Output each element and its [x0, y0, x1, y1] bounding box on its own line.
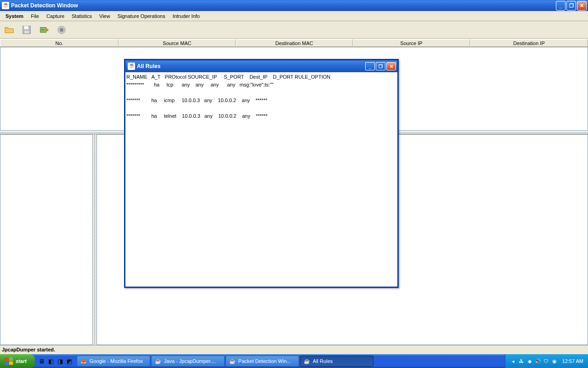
- task-label: Packet Detection Win...: [238, 358, 291, 364]
- menu-file[interactable]: File: [27, 12, 43, 20]
- quick-launch: 🖥 ◧ ◨ ◩: [35, 357, 76, 365]
- windows-logo-icon: [5, 357, 13, 365]
- start-button[interactable]: start: [0, 354, 35, 368]
- menu-signature-operations[interactable]: Signature Operations: [114, 12, 169, 20]
- tray-network-icon[interactable]: 🖧: [518, 358, 525, 364]
- rule-row: ******* ha icmp 10.0.0.3 any 10.0.0.2 an…: [126, 98, 267, 103]
- java-icon: ☕: [229, 357, 236, 365]
- menu-system[interactable]: System: [2, 12, 27, 20]
- start-label: start: [16, 358, 27, 364]
- menu-intruder-info[interactable]: Intruder Info: [169, 12, 204, 20]
- stop-button[interactable]: [55, 23, 68, 36]
- task-label: Google - Mozilla Firefox: [90, 358, 143, 364]
- tree-pane[interactable]: [0, 134, 93, 345]
- svg-rect-4: [46, 29, 49, 31]
- save-button[interactable]: [20, 23, 33, 36]
- close-button[interactable]: ✕: [577, 1, 587, 11]
- rules-text-area[interactable]: R_NAME A_T PROtocol SOURCE_IP S_PORT Des…: [125, 72, 397, 287]
- open-folder-icon: [4, 25, 14, 35]
- menu-capture[interactable]: Capture: [43, 12, 68, 20]
- taskbar-item-java1[interactable]: ☕ Java - JpcapDumper....: [151, 356, 225, 367]
- col-no[interactable]: No.: [0, 39, 119, 47]
- tray-volume-icon[interactable]: 🔊: [535, 358, 541, 364]
- vertical-splitter[interactable]: [93, 134, 96, 345]
- rules-header-line: R_NAME A_T PROtocol SOURCE_IP S_PORT Des…: [126, 74, 330, 80]
- maximize-button[interactable]: ❐: [566, 1, 576, 11]
- quick-launch-icon-2[interactable]: ◨: [56, 357, 64, 365]
- col-source-ip[interactable]: Source IP: [353, 39, 470, 47]
- show-desktop-icon[interactable]: 🖥: [38, 357, 46, 365]
- java-icon: ☕: [154, 357, 162, 365]
- taskbar-item-packet[interactable]: ☕ Packet Detection Win...: [226, 356, 299, 367]
- dialog-close-button[interactable]: ✕: [386, 62, 396, 70]
- system-tray[interactable]: ◂ 🖧 ◆ 🔊 🛡 ◉ 12:57 AM: [505, 354, 588, 368]
- col-dest-mac[interactable]: Destination MAC: [236, 39, 353, 47]
- java-icon: [128, 63, 135, 70]
- rule-row: ******* ha telnet 10.0.0.3 any 10.0.0.2 …: [126, 113, 268, 119]
- rule-row: ********* ha tcp any any any any msg:"lo…: [126, 82, 274, 87]
- all-rules-dialog[interactable]: All Rules _ ❐ ✕ R_NAME A_T PROtocol SOUR…: [124, 59, 399, 288]
- svg-rect-2: [24, 30, 28, 33]
- firefox-icon: 🦊: [80, 357, 87, 365]
- tray-icon[interactable]: ◂: [510, 358, 516, 364]
- task-label: Java - JpcapDumper....: [164, 358, 216, 364]
- nic-icon: [39, 25, 49, 35]
- java-icon: [2, 2, 9, 9]
- dialog-title: All Rules: [137, 63, 365, 69]
- task-label: All Rules: [313, 358, 333, 364]
- dialog-window-controls: _ ❐ ✕: [365, 62, 396, 70]
- menubar: System File Capture Statistics View Sign…: [0, 11, 588, 21]
- tray-icon-2[interactable]: ◆: [526, 358, 533, 364]
- minimize-button[interactable]: _: [556, 1, 565, 11]
- status-text: JpcapDumper started.: [2, 347, 55, 352]
- taskbar: start 🖥 ◧ ◨ ◩ 🦊 Google - Mozilla Firefox…: [0, 354, 588, 368]
- svg-rect-1: [24, 26, 28, 29]
- toolbar: [0, 21, 588, 39]
- packet-table-header: No. Source MAC Destination MAC Source IP…: [0, 39, 588, 47]
- taskbar-item-firefox[interactable]: 🦊 Google - Mozilla Firefox: [77, 356, 150, 367]
- tray-shield-icon[interactable]: 🛡: [543, 358, 549, 364]
- col-source-mac[interactable]: Source MAC: [119, 39, 236, 47]
- stop-icon: [57, 25, 67, 35]
- main-titlebar[interactable]: Packet Detection Window _ ❐ ✕: [0, 0, 588, 11]
- tray-icon-3[interactable]: ◉: [551, 358, 558, 364]
- dialog-minimize-button[interactable]: _: [365, 62, 375, 70]
- svg-point-6: [43, 29, 44, 30]
- menu-statistics[interactable]: Statistics: [68, 12, 96, 20]
- svg-rect-8: [60, 28, 63, 31]
- dialog-maximize-button[interactable]: ❐: [376, 62, 385, 70]
- quick-launch-icon-3[interactable]: ◩: [65, 357, 74, 365]
- col-dest-ip[interactable]: Destination IP: [470, 39, 588, 47]
- window-controls: _ ❐ ✕: [556, 1, 587, 11]
- svg-point-5: [42, 29, 43, 30]
- open-file-button[interactable]: [3, 23, 16, 36]
- quick-launch-icon[interactable]: ◧: [47, 357, 55, 365]
- status-bar: JpcapDumper started.: [0, 345, 588, 354]
- java-icon: ☕: [303, 357, 311, 365]
- main-title: Packet Detection Window: [11, 2, 556, 9]
- capture-button[interactable]: [38, 23, 51, 36]
- taskbar-item-allrules[interactable]: ☕ All Rules: [300, 356, 373, 367]
- floppy-icon: [22, 25, 32, 35]
- tray-clock[interactable]: 12:57 AM: [562, 358, 583, 364]
- menu-view[interactable]: View: [96, 12, 114, 20]
- dialog-titlebar[interactable]: All Rules _ ❐ ✕: [125, 60, 397, 72]
